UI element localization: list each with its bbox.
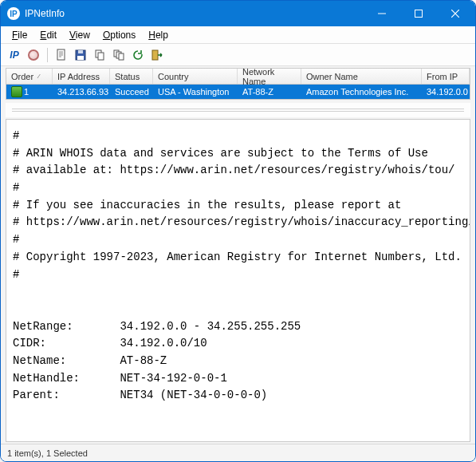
svg-rect-0	[415, 10, 423, 18]
save-button[interactable]	[72, 46, 89, 64]
stop-button[interactable]	[25, 46, 42, 64]
copy-all-icon	[112, 49, 125, 61]
close-button[interactable]	[437, 1, 474, 26]
sort-indicator-icon: ∕	[38, 73, 39, 80]
menubar: File Edit View Options Help	[1, 26, 475, 44]
row-status-icon	[11, 86, 22, 97]
stop-icon	[28, 49, 39, 61]
exit-icon	[151, 49, 163, 61]
menu-help[interactable]: Help	[142, 28, 175, 42]
ip-lookup-button[interactable]: IP	[6, 46, 23, 64]
pane-splitter[interactable]	[6, 103, 470, 117]
toolbar-separator	[47, 48, 48, 62]
titlebar: IP IPNetInfo	[1, 1, 475, 26]
document-icon	[55, 49, 68, 61]
floppy-icon	[74, 49, 87, 61]
close-icon	[451, 10, 459, 18]
menu-view[interactable]: View	[63, 28, 96, 42]
svg-rect-9	[119, 53, 124, 60]
col-owner[interactable]: Owner Name	[301, 69, 422, 84]
copy-all-button[interactable]	[110, 46, 128, 64]
toolbar: IP	[1, 44, 475, 66]
svg-rect-10	[152, 50, 158, 60]
maximize-icon	[415, 10, 423, 18]
app-window: IP IPNetInfo File Edit View Options Help…	[0, 0, 476, 462]
properties-button[interactable]	[53, 46, 70, 64]
details-pane: # # ARIN WHOIS data and services are sub…	[6, 119, 470, 442]
menu-options[interactable]: Options	[96, 28, 142, 42]
exit-button[interactable]	[148, 46, 166, 64]
svg-rect-6	[98, 53, 104, 60]
copy-icon	[93, 49, 106, 61]
statusbar: 1 item(s), 1 Selected	[1, 444, 475, 461]
table-row[interactable]: 1 34.213.66.93 Succeed USA - Washington …	[6, 85, 470, 99]
results-table[interactable]: Order ∕ IP Address Status Country Networ…	[6, 68, 470, 100]
col-from[interactable]: From IP	[422, 69, 470, 84]
maximize-button[interactable]	[400, 1, 437, 26]
svg-rect-3	[78, 50, 83, 53]
refresh-icon	[132, 49, 144, 61]
whois-text[interactable]: # # ARIN WHOIS data and services are sub…	[6, 120, 470, 441]
refresh-button[interactable]	[129, 46, 147, 64]
col-status[interactable]: Status	[110, 69, 153, 84]
app-icon: IP	[7, 7, 20, 20]
col-network[interactable]: Network Name	[238, 69, 301, 84]
status-text: 1 item(s), 1 Selected	[7, 448, 88, 458]
col-order[interactable]: Order ∕	[6, 69, 53, 84]
minimize-button[interactable]	[364, 1, 400, 26]
ip-icon: IP	[8, 49, 20, 61]
svg-rect-4	[77, 56, 84, 60]
menu-file[interactable]: File	[6, 28, 33, 42]
splitter-grip-icon	[12, 109, 464, 112]
window-title: IPNetInfo	[25, 8, 65, 19]
col-ip[interactable]: IP Address	[53, 69, 110, 84]
table-header[interactable]: Order ∕ IP Address Status Country Networ…	[6, 69, 470, 85]
col-country[interactable]: Country	[153, 69, 238, 84]
minimize-icon	[378, 10, 386, 18]
menu-edit[interactable]: Edit	[33, 28, 63, 42]
copy-button[interactable]	[91, 46, 108, 64]
